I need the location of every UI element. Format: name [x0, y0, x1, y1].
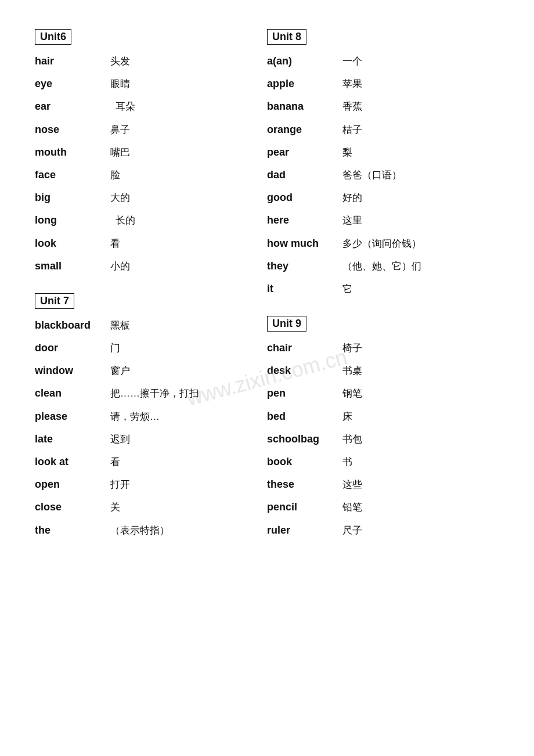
word-en: apple: [267, 77, 342, 91]
word-en: bed: [267, 409, 342, 424]
word-zh: 书: [342, 455, 352, 469]
list-item: a(an) 一个: [267, 54, 499, 69]
word-zh: 书包: [342, 433, 362, 447]
unit7-title: Unit 7: [35, 293, 74, 309]
list-item: door 门: [35, 341, 267, 355]
word-en: hair: [35, 54, 110, 69]
word-en: please: [35, 409, 110, 424]
list-item: bed 床: [267, 409, 499, 424]
word-zh: 床: [342, 410, 352, 424]
word-en: long: [35, 213, 110, 228]
word-zh: 嘴巴: [110, 146, 130, 160]
list-item: ear 耳朵: [35, 99, 267, 114]
word-zh: 钢笔: [342, 387, 362, 401]
word-en: schoolbag: [267, 432, 342, 447]
word-en: pen: [267, 386, 342, 401]
list-item: hair 头发: [35, 54, 267, 69]
word-zh: 门: [110, 341, 120, 355]
list-item: look 看: [35, 236, 267, 251]
word-zh: 这些: [342, 478, 362, 492]
list-item: chair 椅子: [267, 341, 499, 355]
word-en: chair: [267, 341, 342, 355]
list-item: pear 梨: [267, 145, 499, 160]
list-item: clean 把……擦干净，打扫: [35, 386, 267, 401]
word-en: ear: [35, 99, 110, 114]
word-en: the: [35, 523, 110, 538]
word-zh: 苹果: [342, 77, 362, 91]
word-zh: 把……擦干净，打扫: [110, 387, 199, 401]
list-item: blackboard 黑板: [35, 318, 267, 333]
list-item: open 打开: [35, 477, 267, 492]
list-item: nose 鼻子: [35, 123, 267, 137]
list-item: they （他、她、它）们: [267, 259, 499, 273]
list-item: ruler 尺子: [267, 523, 499, 538]
list-item: mouth 嘴巴: [35, 145, 267, 160]
word-en: it: [267, 282, 342, 296]
list-item: banana 香蕉: [267, 99, 499, 114]
list-item: late 迟到: [35, 432, 267, 447]
list-item: dad 爸爸（口语）: [267, 168, 499, 182]
word-en: how much: [267, 236, 342, 251]
word-en: eye: [35, 77, 110, 91]
list-item: face 脸: [35, 168, 267, 182]
word-zh: 看: [110, 237, 120, 251]
unit6-header: Unit6: [35, 29, 267, 54]
list-item: small 小的: [35, 259, 267, 273]
word-zh: 小的: [110, 260, 130, 273]
word-zh: 窗户: [110, 364, 130, 378]
list-item: long 长的: [35, 213, 267, 228]
right-column: Unit 8 a(an) 一个 apple 苹果 banana 香蕉 orang…: [267, 29, 499, 546]
word-en: here: [267, 213, 342, 228]
word-zh: 椅子: [342, 341, 362, 355]
word-zh: 它: [342, 282, 352, 296]
word-zh: 多少（询问价钱）: [342, 237, 421, 251]
word-en: these: [267, 477, 342, 492]
unit9-title: Unit 9: [267, 316, 306, 332]
word-en: they: [267, 259, 342, 273]
word-en: nose: [35, 123, 110, 137]
word-zh: 爸爸（口语）: [342, 168, 402, 182]
list-item: schoolbag 书包: [267, 432, 499, 447]
list-item: please 请，劳烦…: [35, 409, 267, 424]
word-en: close: [35, 500, 110, 514]
unit9-header: Unit 9: [267, 316, 499, 341]
word-zh: 黑板: [110, 319, 130, 333]
word-zh: 请，劳烦…: [110, 410, 160, 424]
word-zh: 头发: [110, 55, 130, 69]
word-en: banana: [267, 99, 342, 114]
list-item: close 关: [35, 500, 267, 514]
word-en: dad: [267, 168, 342, 182]
word-en: open: [35, 477, 110, 492]
list-item: window 窗户: [35, 363, 267, 378]
unit6-title: Unit6: [35, 29, 71, 45]
word-zh: 长的: [110, 214, 135, 228]
word-en: window: [35, 363, 110, 378]
word-zh: 迟到: [110, 433, 130, 447]
list-item: eye 眼睛: [35, 77, 267, 91]
word-zh: 铅笔: [342, 501, 362, 514]
left-column: Unit6 hair 头发 eye 眼睛 ear 耳朵 nose 鼻子 mout…: [35, 29, 267, 546]
word-zh: 尺子: [342, 524, 362, 538]
word-en: pencil: [267, 500, 342, 514]
list-item: good 好的: [267, 190, 499, 205]
word-en: ruler: [267, 523, 342, 538]
word-zh: 香蕉: [342, 100, 362, 114]
word-en: good: [267, 190, 342, 205]
word-zh: 关: [110, 501, 120, 514]
word-en: mouth: [35, 145, 110, 160]
list-item: here 这里: [267, 213, 499, 228]
list-item: look at 看: [35, 455, 267, 469]
word-zh: 大的: [110, 191, 130, 205]
word-zh: 打开: [110, 478, 130, 492]
word-zh: 梨: [342, 146, 352, 160]
main-content: Unit6 hair 头发 eye 眼睛 ear 耳朵 nose 鼻子 mout…: [35, 29, 499, 546]
list-item: apple 苹果: [267, 77, 499, 91]
list-item: the （表示特指）: [35, 523, 267, 538]
word-zh: 一个: [342, 55, 362, 69]
word-en: look at: [35, 455, 110, 469]
list-item: orange 桔子: [267, 123, 499, 137]
word-en: late: [35, 432, 110, 447]
word-zh: （他、她、它）们: [342, 260, 421, 273]
word-zh: 看: [110, 455, 120, 469]
list-item: it 它: [267, 282, 499, 296]
